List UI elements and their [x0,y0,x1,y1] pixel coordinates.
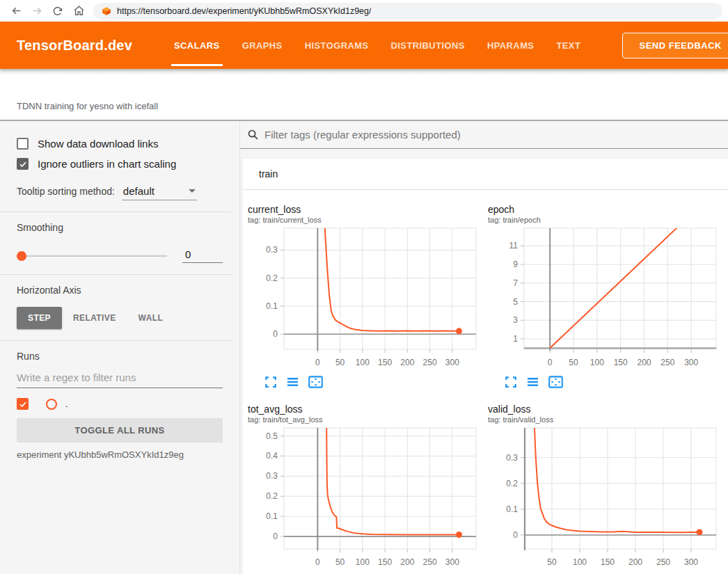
svg-text:300: 300 [445,358,459,367]
svg-text:0.5: 0.5 [266,431,278,441]
svg-text:5: 5 [513,297,518,307]
svg-text:150: 150 [601,557,615,567]
svg-text:1: 1 [513,334,518,344]
app-header: TensorBoard.dev SCALARS GRAPHS HISTOGRAM… [0,22,728,69]
tooltip-sorting-label: Tooltip sorting method: [17,186,115,197]
chart-card-valid_loss: valid_losstag: train/valid_loss501001502… [482,390,722,574]
svg-text:0.3: 0.3 [266,245,278,255]
svg-text:0.2: 0.2 [266,491,278,501]
svg-text:0.1: 0.1 [506,504,518,514]
settings-sidebar: Show data download links Ignore outliers… [0,121,240,574]
back-icon[interactable] [6,2,26,20]
svg-text:50: 50 [547,557,557,567]
chart-tag: tag: train/current_loss [248,216,482,224]
svg-text:0: 0 [315,358,320,367]
nav-tabs: SCALARS GRAPHS HISTOGRAMS DISTRIBUTIONS … [163,22,592,69]
svg-text:0.3: 0.3 [266,471,278,481]
line-chart[interactable]: 5010015020025030000.10.20.3 [488,426,720,570]
svg-text:0.4: 0.4 [266,451,278,461]
axis-relative-button[interactable]: RELATIVE [62,307,127,329]
axis-wall-button[interactable]: WALL [127,307,175,329]
chart-actions [264,376,482,388]
svg-text:0.3: 0.3 [506,453,518,463]
chart-title: valid_loss [488,404,722,415]
smoothing-value[interactable]: 0 [182,248,223,263]
svg-text:50: 50 [335,358,345,367]
svg-text:0.1: 0.1 [266,511,278,521]
filter-tags-row [240,121,728,149]
svg-text:100: 100 [356,557,370,567]
runs-selector-icon[interactable] [526,376,539,388]
svg-text:100: 100 [356,358,370,367]
train-section-header[interactable]: train [242,159,728,190]
svg-text:0.2: 0.2 [506,479,518,488]
filter-tags-input[interactable] [264,129,728,141]
chart-tag: tag: train/tot_avg_loss [248,415,482,424]
checkbox-unchecked-icon [17,138,29,150]
svg-text:200: 200 [628,557,642,567]
tooltip-sorting-select[interactable]: default [122,185,197,200]
svg-text:250: 250 [423,358,437,367]
chart-title: epoch [488,204,722,215]
url-text: https://tensorboard.dev/experiment/yKUbh… [117,6,371,16]
axis-step-button[interactable]: STEP [17,307,62,329]
chart-tag: tag: train/valid_loss [488,415,722,424]
runs-label: Runs [17,351,223,362]
svg-text:300: 300 [445,557,459,567]
fit-domain-icon[interactable] [548,376,563,388]
run-checkbox-checked-icon[interactable] [17,398,29,410]
smoothing-slider[interactable] [17,255,167,257]
chart-title: tot_avg_loss [248,404,482,415]
ignore-outliers-checkbox[interactable]: Ignore outliers in chart scaling [17,158,223,170]
svg-text:250: 250 [656,557,670,567]
run-name: . [65,399,68,409]
tab-scalars[interactable]: SCALARS [163,22,231,69]
app-title: TensorBoard.dev [17,38,132,54]
home-icon[interactable] [68,2,89,20]
tab-distributions[interactable]: DISTRIBUTIONS [380,22,476,69]
svg-text:100: 100 [590,358,604,367]
toggle-all-runs-button[interactable]: TOGGLE ALL RUNS [17,418,223,443]
expand-chart-icon[interactable] [505,376,517,388]
send-feedback-button[interactable]: SEND FEEDBACK [622,33,728,58]
svg-text:9: 9 [513,260,518,269]
fit-domain-icon[interactable] [308,376,323,388]
train-section-card: train current_losstag: train/current_los… [242,159,728,574]
runs-regex-input[interactable] [17,367,223,388]
experiment-title-bar: TDNN training for yesno with icefall [0,69,728,121]
expand-chart-icon[interactable] [264,376,277,388]
show-download-links-checkbox[interactable]: Show data download links [17,138,223,150]
scalars-dashboard: train current_losstag: train/current_los… [240,121,728,574]
svg-text:250: 250 [660,358,674,367]
svg-text:0: 0 [315,557,320,567]
checkbox-checked-icon [17,158,29,170]
chevron-down-icon [189,189,196,193]
svg-text:0: 0 [273,329,278,339]
forward-icon[interactable] [26,2,47,20]
svg-text:7: 7 [513,278,518,288]
line-chart[interactable]: 05010015020025030000.10.20.3 [248,227,480,370]
chart-card-tot_avg_loss: tot_avg_losstag: train/tot_avg_loss05010… [242,390,482,574]
tab-graphs[interactable]: GRAPHS [231,22,294,69]
run-color-swatch-icon [46,399,57,410]
chart-card-current_loss: current_losstag: train/current_loss05010… [242,190,482,390]
line-chart[interactable]: 05010015020025030000.10.20.30.40.5 [248,426,480,570]
svg-text:100: 100 [573,557,587,567]
reload-icon[interactable] [47,2,68,20]
runs-selector-icon[interactable] [286,376,299,388]
svg-text:300: 300 [684,557,698,567]
horizontal-axis-label: Horizontal Axis [17,285,223,296]
tensorboard-favicon-icon [102,6,111,16]
tab-histograms[interactable]: HISTOGRAMS [294,22,380,69]
browser-toolbar: https://tensorboard.dev/experiment/yKUbh… [0,0,728,22]
svg-text:3: 3 [513,315,518,325]
address-bar[interactable]: https://tensorboard.dev/experiment/yKUbh… [93,3,722,19]
tab-text[interactable]: TEXT [545,22,592,69]
charts-grid: current_losstag: train/current_loss05010… [242,190,728,574]
svg-text:150: 150 [614,358,628,367]
slider-thumb[interactable] [17,251,26,261]
line-chart[interactable]: 0501001502002503001357911 [488,227,720,370]
tab-hparams[interactable]: HPARAMS [476,22,546,69]
svg-text:11: 11 [509,241,519,250]
svg-text:0.2: 0.2 [266,273,278,283]
